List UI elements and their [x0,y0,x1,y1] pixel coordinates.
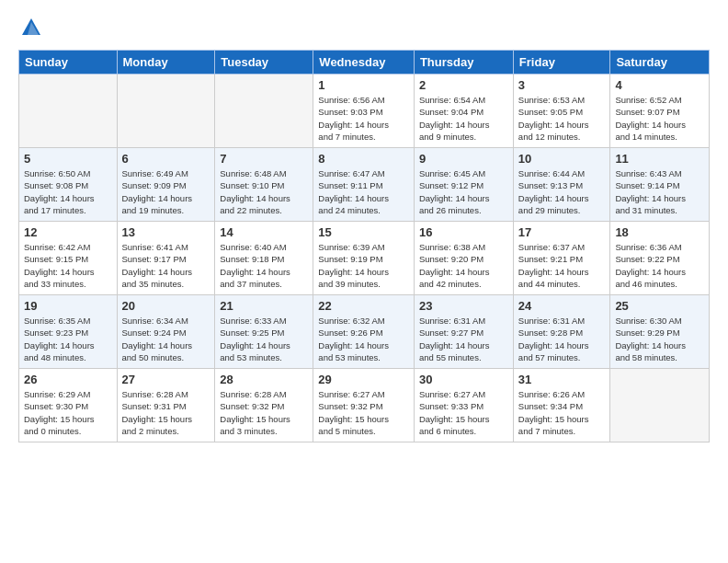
calendar-cell: 29Sunrise: 6:27 AMSunset: 9:32 PMDayligh… [313,369,415,442]
calendar-cell: 11Sunrise: 6:43 AMSunset: 9:14 PMDayligh… [610,148,710,222]
day-number: 2 [419,78,508,92]
day-number: 4 [615,78,704,92]
day-number: 5 [24,152,112,166]
calendar-cell: 3Sunrise: 6:53 AMSunset: 9:05 PMDaylight… [513,75,610,148]
cell-text: Sunrise: 6:36 AMSunset: 9:22 PMDaylight:… [615,241,704,290]
weekday-header: Saturday [610,51,710,75]
calendar-cell: 1Sunrise: 6:56 AMSunset: 9:03 PMDaylight… [313,75,415,148]
day-number: 26 [24,373,112,386]
cell-text: Sunrise: 6:29 AMSunset: 9:30 PMDaylight:… [24,388,112,437]
calendar-cell: 15Sunrise: 6:39 AMSunset: 9:19 PMDayligh… [313,222,415,295]
calendar-cell: 14Sunrise: 6:40 AMSunset: 9:18 PMDayligh… [215,222,313,295]
day-number: 1 [318,78,409,92]
day-number: 18 [615,225,704,239]
calendar-week-row: 26Sunrise: 6:29 AMSunset: 9:30 PMDayligh… [19,369,710,442]
day-number: 15 [318,225,409,239]
day-number: 25 [615,299,704,313]
cell-text: Sunrise: 6:52 AMSunset: 9:07 PMDaylight:… [615,94,704,143]
cell-text: Sunrise: 6:54 AMSunset: 9:04 PMDaylight:… [419,94,508,143]
calendar-cell: 13Sunrise: 6:41 AMSunset: 9:17 PMDayligh… [117,222,215,295]
day-number: 20 [122,299,210,313]
weekday-header-row: SundayMondayTuesdayWednesdayThursdayFrid… [19,51,710,75]
cell-text: Sunrise: 6:45 AMSunset: 9:12 PMDaylight:… [419,167,508,216]
day-number: 30 [419,373,508,386]
day-number: 23 [419,299,508,313]
cell-text: Sunrise: 6:28 AMSunset: 9:32 PMDaylight:… [220,388,308,437]
day-number: 28 [220,373,308,386]
cell-text: Sunrise: 6:48 AMSunset: 9:10 PMDaylight:… [220,167,308,216]
calendar-cell: 31Sunrise: 6:26 AMSunset: 9:34 PMDayligh… [513,369,610,442]
cell-text: Sunrise: 6:47 AMSunset: 9:11 PMDaylight:… [318,167,409,216]
day-number: 8 [318,152,409,166]
cell-text: Sunrise: 6:35 AMSunset: 9:23 PMDaylight:… [24,315,112,363]
calendar-week-row: 1Sunrise: 6:56 AMSunset: 9:03 PMDaylight… [19,75,710,148]
calendar-cell: 20Sunrise: 6:34 AMSunset: 9:24 PMDayligh… [117,295,215,369]
logo [18,15,48,40]
cell-text: Sunrise: 6:38 AMSunset: 9:20 PMDaylight:… [419,241,508,290]
calendar-week-row: 5Sunrise: 6:50 AMSunset: 9:08 PMDaylight… [19,148,710,222]
calendar-cell [117,75,215,148]
day-number: 11 [615,152,704,166]
calendar-cell: 4Sunrise: 6:52 AMSunset: 9:07 PMDaylight… [610,75,710,148]
calendar-table: SundayMondayTuesdayWednesdayThursdayFrid… [18,50,710,442]
cell-text: Sunrise: 6:27 AMSunset: 9:32 PMDaylight:… [318,388,409,437]
logo-icon [18,15,44,40]
day-number: 29 [318,373,409,386]
calendar-cell: 12Sunrise: 6:42 AMSunset: 9:15 PMDayligh… [19,222,118,295]
day-number: 3 [518,78,606,92]
cell-text: Sunrise: 6:44 AMSunset: 9:13 PMDaylight:… [518,167,606,216]
day-number: 17 [518,225,606,239]
calendar-cell: 22Sunrise: 6:32 AMSunset: 9:26 PMDayligh… [313,295,415,369]
day-number: 12 [24,225,112,239]
day-number: 22 [318,299,409,313]
calendar-cell [610,369,710,442]
calendar-cell: 2Sunrise: 6:54 AMSunset: 9:04 PMDaylight… [414,75,513,148]
calendar-cell: 27Sunrise: 6:28 AMSunset: 9:31 PMDayligh… [117,369,215,442]
cell-text: Sunrise: 6:33 AMSunset: 9:25 PMDaylight:… [220,315,308,363]
cell-text: Sunrise: 6:43 AMSunset: 9:14 PMDaylight:… [615,167,704,216]
page: SundayMondayTuesdayWednesdayThursdayFrid… [0,0,728,452]
weekday-header: Thursday [414,51,513,75]
cell-text: Sunrise: 6:42 AMSunset: 9:15 PMDaylight:… [24,241,112,290]
cell-text: Sunrise: 6:32 AMSunset: 9:26 PMDaylight:… [318,315,409,363]
cell-text: Sunrise: 6:30 AMSunset: 9:29 PMDaylight:… [615,315,704,363]
calendar-cell: 21Sunrise: 6:33 AMSunset: 9:25 PMDayligh… [215,295,313,369]
weekday-header: Wednesday [313,51,415,75]
calendar-cell: 10Sunrise: 6:44 AMSunset: 9:13 PMDayligh… [513,148,610,222]
day-number: 7 [220,152,308,166]
calendar-cell: 8Sunrise: 6:47 AMSunset: 9:11 PMDaylight… [313,148,415,222]
calendar-cell: 18Sunrise: 6:36 AMSunset: 9:22 PMDayligh… [610,222,710,295]
calendar-cell: 28Sunrise: 6:28 AMSunset: 9:32 PMDayligh… [215,369,313,442]
weekday-header: Sunday [19,51,118,75]
cell-text: Sunrise: 6:28 AMSunset: 9:31 PMDaylight:… [122,388,210,437]
weekday-header: Tuesday [215,51,313,75]
calendar-cell: 30Sunrise: 6:27 AMSunset: 9:33 PMDayligh… [414,369,513,442]
weekday-header: Friday [513,51,610,75]
calendar-cell: 17Sunrise: 6:37 AMSunset: 9:21 PMDayligh… [513,222,610,295]
day-number: 13 [122,225,210,239]
calendar-cell: 7Sunrise: 6:48 AMSunset: 9:10 PMDaylight… [215,148,313,222]
calendar-cell: 19Sunrise: 6:35 AMSunset: 9:23 PMDayligh… [19,295,118,369]
calendar-cell: 9Sunrise: 6:45 AMSunset: 9:12 PMDaylight… [414,148,513,222]
calendar-cell: 16Sunrise: 6:38 AMSunset: 9:20 PMDayligh… [414,222,513,295]
calendar-cell: 24Sunrise: 6:31 AMSunset: 9:28 PMDayligh… [513,295,610,369]
calendar-cell [19,75,118,148]
cell-text: Sunrise: 6:41 AMSunset: 9:17 PMDaylight:… [122,241,210,290]
cell-text: Sunrise: 6:50 AMSunset: 9:08 PMDaylight:… [24,167,112,216]
cell-text: Sunrise: 6:56 AMSunset: 9:03 PMDaylight:… [318,94,409,143]
day-number: 14 [220,225,308,239]
day-number: 16 [419,225,508,239]
cell-text: Sunrise: 6:39 AMSunset: 9:19 PMDaylight:… [318,241,409,290]
cell-text: Sunrise: 6:34 AMSunset: 9:24 PMDaylight:… [122,315,210,363]
calendar-cell: 25Sunrise: 6:30 AMSunset: 9:29 PMDayligh… [610,295,710,369]
cell-text: Sunrise: 6:31 AMSunset: 9:28 PMDaylight:… [518,315,606,363]
day-number: 31 [518,373,606,386]
header [18,15,710,40]
cell-text: Sunrise: 6:31 AMSunset: 9:27 PMDaylight:… [419,315,508,363]
cell-text: Sunrise: 6:53 AMSunset: 9:05 PMDaylight:… [518,94,606,143]
day-number: 27 [122,373,210,386]
calendar-cell: 5Sunrise: 6:50 AMSunset: 9:08 PMDaylight… [19,148,118,222]
day-number: 19 [24,299,112,313]
cell-text: Sunrise: 6:49 AMSunset: 9:09 PMDaylight:… [122,167,210,216]
cell-text: Sunrise: 6:27 AMSunset: 9:33 PMDaylight:… [419,388,508,437]
